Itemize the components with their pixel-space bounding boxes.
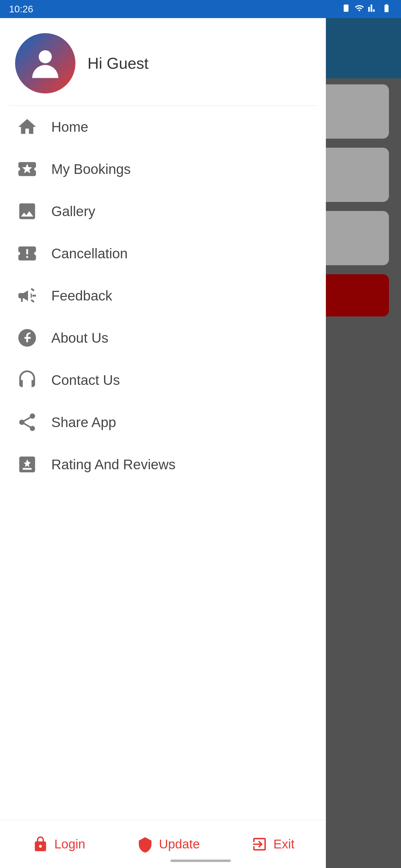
menu-item-contact-us[interactable]: Contact Us [0, 359, 326, 401]
rating-icon [15, 453, 39, 476]
signal-icon [368, 3, 377, 15]
update-icon [136, 835, 154, 853]
share-icon [15, 410, 39, 434]
headset-icon [15, 368, 39, 392]
menu-item-feedback[interactable]: Feedback [0, 275, 326, 317]
menu-item-cancellation[interactable]: Cancellation [0, 232, 326, 275]
exit-icon [251, 835, 268, 853]
bottom-bar: Login Update Exit [0, 820, 326, 868]
battery-icon [381, 3, 392, 15]
avatar [15, 33, 76, 93]
wifi-icon [354, 3, 364, 15]
svg-point-2 [29, 333, 33, 337]
greeting-text: Hi Guest [87, 54, 148, 72]
menu-label-my-bookings: My Bookings [51, 161, 131, 177]
drawer-header: Hi Guest [0, 18, 326, 105]
menu-label-gallery: Gallery [51, 203, 95, 219]
about-icon [15, 326, 39, 350]
login-button[interactable]: Login [31, 835, 85, 853]
menu-item-rating-reviews[interactable]: Rating And Reviews [0, 443, 326, 486]
menu-label-cancellation: Cancellation [51, 245, 127, 261]
sim-icon [341, 3, 351, 15]
svg-point-1 [39, 50, 52, 63]
menu-item-gallery[interactable]: Gallery [0, 190, 326, 232]
megaphone-icon [15, 284, 39, 308]
exit-button[interactable]: Exit [251, 835, 294, 853]
cancellation-icon [15, 241, 39, 266]
status-icons [341, 3, 392, 15]
menu-list: Home My Bookings Gallery Cancellation [0, 106, 326, 820]
menu-label-rating-reviews: Rating And Reviews [51, 456, 176, 472]
home-icon [15, 115, 39, 139]
menu-label-contact-us: Contact Us [51, 372, 120, 388]
menu-item-home[interactable]: Home [0, 106, 326, 148]
menu-label-share-app: Share App [51, 414, 116, 430]
svg-rect-0 [344, 4, 348, 12]
menu-item-my-bookings[interactable]: My Bookings [0, 148, 326, 190]
menu-item-share-app[interactable]: Share App [0, 401, 326, 443]
navigation-drawer: Hi Guest Home My Bookings Gallery [0, 18, 326, 868]
status-time: 10:26 [9, 4, 33, 15]
update-label: Update [159, 837, 200, 851]
lock-icon [31, 835, 50, 853]
menu-label-about-us: About Us [51, 330, 108, 346]
status-bar: 10:26 [0, 0, 401, 18]
menu-label-feedback: Feedback [51, 287, 112, 304]
menu-label-home: Home [51, 119, 88, 135]
home-indicator [170, 860, 231, 862]
ticket-icon [15, 157, 39, 181]
login-label: Login [54, 837, 85, 851]
exit-label: Exit [274, 837, 294, 851]
gallery-icon [15, 199, 39, 223]
update-button[interactable]: Update [136, 835, 200, 853]
menu-item-about-us[interactable]: About Us [0, 317, 326, 359]
